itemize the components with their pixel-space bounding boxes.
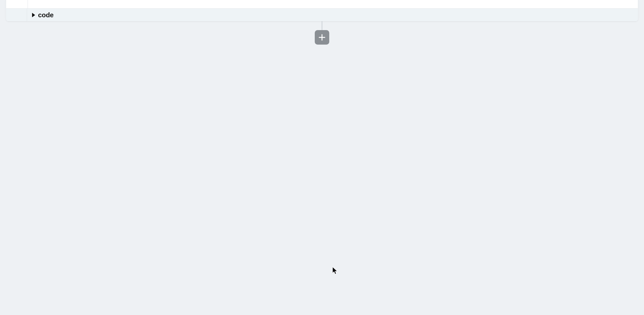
mouse-cursor-icon	[332, 267, 338, 275]
cell-gutter	[6, 0, 28, 8]
notebook-cell: code	[6, 0, 638, 21]
cell-output-area	[6, 0, 638, 8]
plus-icon	[318, 33, 326, 42]
code-toggle-label: code	[38, 11, 54, 19]
notebook-canvas: code	[0, 0, 644, 315]
expand-right-icon	[32, 13, 35, 17]
cell-connector-line	[322, 21, 322, 31]
cell-gutter	[6, 9, 27, 21]
add-cell-button[interactable]	[315, 30, 329, 45]
code-toggle-row[interactable]: code	[6, 8, 638, 21]
code-toggle[interactable]: code	[27, 9, 638, 21]
